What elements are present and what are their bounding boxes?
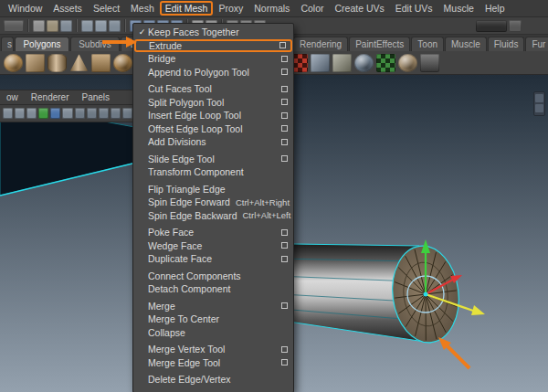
save-scene-icon[interactable] [60,20,72,32]
option-box-icon[interactable] [279,42,286,48]
menubar-item-window[interactable]: Window [3,2,47,15]
poly-cylinder-icon[interactable] [47,54,67,72]
menu-item-connect-components[interactable]: Connect Components [133,270,293,283]
option-box-icon[interactable] [281,256,288,262]
shelf-tab-painteffects[interactable]: PaintEffects [349,37,410,51]
select-hierarchy-icon[interactable] [81,20,93,32]
manipulator-center[interactable] [424,292,428,297]
input-field[interactable] [476,20,507,32]
option-box-icon[interactable] [281,69,288,75]
menubar-item-help[interactable]: Help [480,2,511,15]
option-box-icon[interactable] [281,302,288,309]
menu-item-cut-faces-tool[interactable]: Cut Faces Tool [133,82,293,96]
menu-set-selector[interactable] [4,20,24,32]
lock-camera-icon[interactable] [15,108,25,119]
poly-sphere-icon[interactable] [4,54,23,72]
camera-attributes-icon[interactable] [26,108,37,119]
option-box-icon[interactable] [281,56,288,62]
shelf-tab-s[interactable]: s [1,37,14,51]
combine-icon[interactable] [332,54,352,72]
shelf-tab-fur[interactable]: Fur [525,37,548,51]
open-scene-icon[interactable] [47,20,58,32]
menu-item-duplicate-face[interactable]: Duplicate Face [133,252,293,266]
menubar-item-normals[interactable]: Normals [248,2,295,15]
option-box-icon[interactable] [281,155,288,162]
menu-item-spin-edge-backward[interactable]: Spin Edge BackwardCtrl+Alt+Left [133,209,293,223]
menu-item-slide-edge-tool[interactable]: Slide Edge Tool [133,153,293,166]
menu-item-wedge-face[interactable]: Wedge Face [133,239,293,253]
option-box-icon[interactable] [281,242,288,249]
option-box-icon[interactable] [281,86,288,92]
menubar-item-create-uvs[interactable]: Create UVs [329,2,389,15]
select-component-icon[interactable] [109,20,121,32]
menubar-item-proxy[interactable]: Proxy [213,2,248,15]
image-plane-icon[interactable] [50,108,60,119]
resolution-gate-icon[interactable] [87,108,97,119]
panel-menu-renderer[interactable]: Renderer [25,92,76,102]
shelf-tab-rendering[interactable]: Rendering [293,37,348,51]
panel-corner-icon[interactable] [535,104,543,112]
film-gate-icon[interactable] [75,108,85,119]
option-box-icon[interactable] [281,125,288,132]
shelf-tab-fluids[interactable]: Fluids [488,37,525,51]
menubar-item-select[interactable]: Select [88,2,125,15]
panel-right-icons[interactable] [533,91,545,116]
option-box-icon[interactable] [281,112,288,119]
menu-item-poke-face[interactable]: Poke Face [133,226,293,239]
bookmark-icon[interactable] [38,108,48,119]
shelf-tab-muscle[interactable]: Muscle [445,37,487,51]
menubar-item-mesh[interactable]: Mesh [125,2,160,15]
menubar-item-edit-uvs[interactable]: Edit UVs [390,2,438,15]
option-box-icon[interactable] [281,139,288,145]
poly-torus-icon[interactable] [113,54,132,72]
menu-item-insert-edge-loop-tool[interactable]: Insert Edge Loop Tool [133,109,293,122]
gate-mask-icon[interactable] [99,108,109,119]
shelf-tab-polygons[interactable]: Polygons [15,37,69,51]
option-box-icon[interactable] [281,346,288,353]
shelf-editor-icon[interactable] [420,54,439,72]
option-box-icon[interactable] [281,99,288,105]
poly-plane-icon[interactable] [91,54,111,72]
select-camera-icon[interactable] [3,108,13,119]
extract-icon[interactable] [376,54,395,72]
menu-item-extrude[interactable]: Extrude [134,39,292,53]
mirror-geometry-icon[interactable] [311,54,330,72]
panel-menu-panels[interactable]: Panels [76,92,117,102]
menu-item-collapse[interactable]: Collapse [133,326,293,340]
menubar-item-assets[interactable]: Assets [47,2,88,15]
sidebar-toggle-icon[interactable] [509,20,522,32]
option-box-icon[interactable] [281,359,288,366]
menu-item-bridge[interactable]: Bridge [133,52,293,66]
view-grid-icon[interactable] [62,108,72,119]
menu-item-spin-edge-forward[interactable]: Spin Edge ForwardCtrl+Alt+Right [133,196,293,209]
menu-item-merge-to-center[interactable]: Merge To Center [133,313,293,326]
menu-item-offset-edge-loop-tool[interactable]: Offset Edge Loop Tool [133,122,293,136]
menu-item-transform-component[interactable]: Transform Component [133,165,293,179]
option-box-icon[interactable] [281,229,288,236]
panel-corner-icon[interactable] [535,94,543,102]
menu-item-detach-component[interactable]: Detach Component [133,282,293,296]
menu-item-merge[interactable]: Merge [133,300,293,313]
select-object-icon[interactable] [95,20,107,32]
shelf-tab-subdivs[interactable]: Subdivs [70,37,120,51]
menubar-item-edit-mesh[interactable]: Edit Mesh [160,1,214,16]
shelf-tab-toon[interactable]: Toon [411,37,444,51]
menu-item-flip-triangle-edge[interactable]: Flip Triangle Edge [133,183,293,196]
new-scene-icon[interactable] [33,20,45,32]
menu-item-merge-vertex-tool[interactable]: Merge Vertex Tool [133,343,293,356]
menubar-item-color[interactable]: Color [295,2,329,15]
menu-item-keep-faces-together[interactable]: ✓Keep Faces Together [133,26,293,39]
safe-title-icon[interactable] [122,108,132,119]
poly-cube-icon[interactable] [26,54,45,72]
panel-menu-ow[interactable]: ow [0,92,25,102]
menu-item-add-divisions[interactable]: Add Divisions [133,135,293,149]
menu-item-merge-edge-tool[interactable]: Merge Edge Tool [133,356,293,370]
sculpt-geometry-icon[interactable] [398,54,417,72]
safe-action-icon[interactable] [111,108,121,119]
menu-item-append-to-polygon-tool[interactable]: Append to Polygon Tool [133,66,293,79]
menu-item-split-polygon-tool[interactable]: Split Polygon Tool [133,96,293,110]
menubar-item-muscle[interactable]: Muscle [438,2,480,15]
poly-cone-icon[interactable] [69,54,89,72]
booleans-icon[interactable] [354,54,374,72]
menu-item-delete-edge-vertex[interactable]: Delete Edge/Vertex [133,373,293,387]
